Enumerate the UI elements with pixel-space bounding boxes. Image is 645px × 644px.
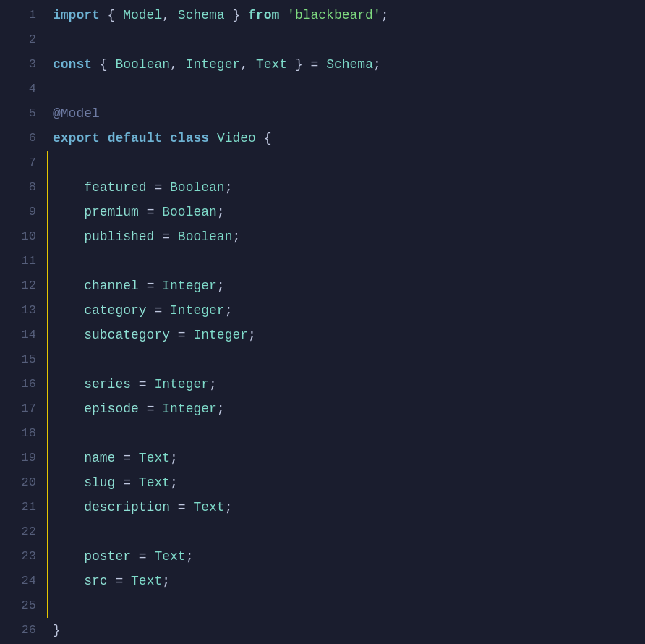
line-number-21: 21 — [7, 495, 36, 520]
token-field-name: featured — [53, 175, 147, 200]
line-number-9: 9 — [7, 200, 36, 224]
token-decorator: @Model — [53, 101, 100, 126]
token-field-name: slug — [53, 470, 115, 495]
code-line-26: } — [47, 618, 645, 643]
token-plain: ; — [162, 569, 170, 593]
token-class-name: Text — [256, 52, 287, 77]
token-field-name: episode — [53, 397, 139, 421]
code-line-15 — [47, 347, 645, 372]
token-plain: { — [92, 52, 115, 77]
code-line-13: category = Integer; — [47, 298, 645, 323]
token-field-name: poster — [53, 544, 131, 569]
code-line-25 — [47, 593, 645, 618]
token-plain: = — [139, 397, 162, 421]
token-kw-const: const — [53, 52, 92, 77]
code-line-16: series = Integer; — [47, 372, 645, 397]
line-number-16: 16 — [7, 372, 36, 397]
token-plain: = — [139, 274, 162, 298]
token-plain: ; — [225, 175, 233, 200]
token-plain: = — [115, 446, 138, 470]
line-number-12: 12 — [7, 274, 36, 298]
line-number-15: 15 — [7, 347, 36, 372]
token-class-name: Integer — [154, 372, 209, 397]
token-kw-from: from — [248, 3, 279, 27]
token-field-name: name — [53, 446, 115, 470]
token-class-name: Text — [154, 544, 185, 569]
token-plain: = — [170, 323, 193, 347]
code-line-20: slug = Text; — [47, 470, 645, 495]
token-plain: } = — [287, 52, 326, 77]
line-number-4: 4 — [7, 77, 36, 101]
token-plain: , — [240, 52, 256, 77]
code-line-9: premium = Boolean; — [47, 200, 645, 224]
token-plain: ; — [232, 224, 240, 249]
line-number-6: 6 — [7, 126, 36, 151]
code-editor: 1234567891011121314151617181920212223242… — [0, 0, 645, 644]
token-field-name: published — [53, 224, 154, 249]
code-line-14: subcategory = Integer; — [47, 323, 645, 347]
token-plain: = — [131, 372, 154, 397]
code-line-4 — [47, 77, 645, 101]
token-string: 'blackbeard' — [287, 3, 381, 27]
line-number-7: 7 — [7, 151, 36, 175]
code-line-23: poster = Text; — [47, 544, 645, 569]
token-plain — [100, 126, 108, 151]
line-number-17: 17 — [7, 397, 36, 421]
line-number-26: 26 — [7, 618, 36, 643]
code-line-21: description = Text; — [47, 495, 645, 520]
line-number-gutter: 1234567891011121314151617181920212223242… — [0, 3, 43, 644]
line-number-20: 20 — [7, 470, 36, 495]
token-plain: = — [108, 569, 131, 593]
line-number-5: 5 — [7, 101, 36, 126]
token-class-name: Boolean — [178, 224, 233, 249]
token-kw-default: default — [108, 126, 163, 151]
token-field-name: description — [53, 495, 170, 520]
token-plain: { — [100, 3, 123, 27]
token-plain: ; — [217, 200, 225, 224]
token-plain: = — [147, 175, 170, 200]
token-plain: ; — [381, 3, 389, 27]
token-kw-import: import — [53, 3, 100, 27]
line-number-10: 10 — [7, 224, 36, 249]
token-class-name: Integer — [162, 397, 217, 421]
token-plain — [279, 3, 287, 27]
token-plain: ; — [225, 298, 233, 323]
line-number-1: 1 — [7, 3, 36, 27]
line-number-14: 14 — [7, 323, 36, 347]
token-class-name: Integer — [186, 52, 241, 77]
code-line-22 — [47, 520, 645, 544]
code-line-2 — [47, 27, 645, 52]
code-line-24: src = Text; — [47, 569, 645, 593]
token-class-name: Text — [131, 569, 162, 593]
token-field-name: channel — [53, 274, 139, 298]
token-plain: ; — [209, 372, 217, 397]
token-plain: ; — [170, 470, 178, 495]
line-number-13: 13 — [7, 298, 36, 323]
token-class-name: Schema — [326, 52, 373, 77]
code-line-3: const { Boolean, Integer, Text } = Schem… — [47, 52, 645, 77]
token-plain: ; — [170, 446, 178, 470]
token-class-name: Integer — [170, 298, 225, 323]
token-kw-class: class — [170, 126, 209, 151]
code-line-6: export default class Video { — [47, 126, 645, 151]
code-line-18 — [47, 421, 645, 446]
line-number-11: 11 — [7, 249, 36, 274]
token-plain: ; — [225, 495, 233, 520]
token-plain: = — [139, 200, 162, 224]
token-plain: , — [162, 3, 178, 27]
token-class-name: Model — [123, 3, 162, 27]
line-number-25: 25 — [7, 593, 36, 618]
code-line-10: published = Boolean; — [47, 224, 645, 249]
code-line-8: featured = Boolean; — [47, 175, 645, 200]
line-number-3: 3 — [7, 52, 36, 77]
line-number-23: 23 — [7, 544, 36, 569]
token-plain: = — [147, 298, 170, 323]
code-line-1: import { Model, Schema } from 'blackbear… — [47, 3, 645, 27]
token-class-name: Boolean — [115, 52, 170, 77]
token-field-name: premium — [53, 200, 139, 224]
token-plain: ; — [186, 544, 194, 569]
token-class-name: Integer — [162, 274, 217, 298]
code-line-12: channel = Integer; — [47, 274, 645, 298]
token-plain: = — [115, 470, 138, 495]
code-line-11 — [47, 249, 645, 274]
